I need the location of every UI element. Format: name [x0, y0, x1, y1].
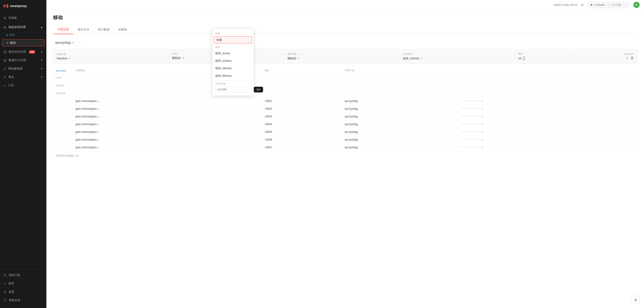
- sidebar-label-web-unlocker: 网站解锁器: [8, 67, 23, 71]
- endpoint-input: 10 ▲ ▼: [518, 56, 573, 61]
- row-password: ************** ⊙: [458, 105, 637, 113]
- row-type: [53, 144, 73, 151]
- copy-icon[interactable]: ⊙: [481, 130, 484, 133]
- dropdown-custom-row: Set: [215, 87, 251, 92]
- scraper-icon: ⊙: [4, 75, 6, 79]
- logo-text: smartproxy: [10, 4, 27, 8]
- row-port: 10001: [262, 97, 342, 105]
- os-value: 随机的: [288, 56, 296, 60]
- endpoint-value: 10: [518, 57, 522, 60]
- plan-info-icon[interactable]: ⓘ: [608, 3, 610, 7]
- session-selector[interactable]: spv1yy9sjg ▼: [53, 39, 76, 46]
- sidebar-item-datacenter[interactable]: ▤ 数据中心代理 ▼: [0, 56, 46, 64]
- logo-icon: [4, 4, 8, 8]
- session-type-chevron-icon: ▼: [420, 57, 423, 59]
- endpoint-decrement[interactable]: ▼: [522, 58, 526, 61]
- sidebar-label-subscription: 我的订阅: [8, 273, 20, 277]
- dropdown-item-sticky-1min[interactable]: 粘性 (1min): [212, 50, 254, 57]
- sidebar-item-subscription[interactable]: ☰ 我的订阅: [0, 271, 46, 279]
- location-select[interactable]: Random ▼: [57, 57, 166, 60]
- format-userpass[interactable]: user:pass: [56, 69, 66, 72]
- session-more-button[interactable]: ···: [78, 41, 83, 44]
- session-chevron-icon: ▼: [72, 41, 74, 44]
- copy-icon[interactable]: ⊙: [481, 107, 484, 110]
- sidebar-item-residential[interactable]: 住宅: [0, 31, 46, 39]
- protocol-https[interactable]: HTTPS: [56, 84, 64, 87]
- sidebar-label-scraper: 爬虫: [8, 75, 14, 79]
- endpoint-stepper: ▲ ▼: [522, 56, 526, 61]
- sidebar-label-static: 静态住宅代理: [8, 50, 26, 54]
- plan-badge: 2 GB plan ⓘ 0 / 2 GB ···: [587, 2, 630, 8]
- plan-status-dot: [590, 4, 592, 6]
- session-type-dropdown: 轮换 轮换 粘性 粘性 (1min) 粘性 (10min) 粘性 (30min)…: [212, 29, 254, 96]
- tab-pricing[interactable]: 价格表: [114, 25, 132, 34]
- sidebar: smartproxy ⊞ 仪表板 ◎ 动态住宅代理 ▲ 住宅 移动: [0, 0, 46, 308]
- custom-time-input[interactable]: [215, 87, 252, 92]
- layout-list-icon[interactable]: ☰: [631, 56, 634, 60]
- table-row: gate.visitxiangtan.c... 10006 spv1yy9sjg…: [53, 136, 637, 144]
- col-password: [458, 67, 637, 74]
- sidebar-section-dynamic: ◎ 动态住宅代理 ▲ 住宅 移动: [0, 22, 46, 48]
- col-port: 端口: [262, 67, 342, 74]
- language-icon[interactable]: ⊕: [581, 3, 584, 6]
- mobile-dot: [7, 42, 8, 43]
- dropdown-item-rotate[interactable]: 轮换: [214, 36, 252, 43]
- sidebar-item-referral[interactable]: ↩ 推荐: [0, 279, 46, 288]
- row-password: ************** ⊙: [458, 144, 637, 151]
- row-proxy: gate.visitxiangtan.c...: [73, 128, 262, 136]
- web-unlocker-icon: ⊡: [4, 67, 6, 70]
- user-avatar[interactable]: K: [634, 2, 640, 8]
- dropdown-item-sticky-30min[interactable]: 粘性 (30min): [212, 65, 254, 72]
- filter-session-type: 会话类型 粘性 (10min) ▼: [403, 52, 512, 60]
- tab-auth-method[interactable]: 验证方法: [73, 25, 94, 34]
- asn-value: 随机的: [172, 56, 181, 60]
- chevron-down-icon-dc: ▼: [41, 59, 43, 61]
- sidebar-item-dynamic-residential[interactable]: ◎ 动态住宅代理 ▲: [0, 23, 46, 31]
- sidebar-item-help[interactable]: ⓘ 帮助支持: [0, 296, 46, 305]
- tab-statistics[interactable]: 统计数据: [94, 25, 114, 34]
- protocol-http[interactable]: HTTP: [56, 76, 62, 79]
- filter-divider-5: [576, 52, 576, 60]
- tab-proxy-settings[interactable]: 代理设置: [53, 25, 73, 34]
- dynamic-sub-items: 住宅 移动: [0, 31, 46, 46]
- table-row: gate.visitxiangtan.c... 10003 spv1yy9sjg…: [53, 113, 637, 120]
- subscription-icon: ☰: [4, 273, 6, 277]
- filter-location-label: 地理位置: [57, 53, 166, 56]
- endpoint-increment[interactable]: ▲: [522, 56, 526, 58]
- copy-icon[interactable]: ⊙: [481, 115, 484, 118]
- row-proxy: gate.visitxiangtan.c...: [73, 120, 262, 128]
- filter-row: 地理位置 Random ▼ ASN 随机的 ▼ 操作系统 随机的 ▼: [53, 49, 637, 63]
- sidebar-item-mobile[interactable]: 移动: [2, 39, 44, 46]
- row-type: [53, 105, 73, 113]
- chevron-down-icon: ▼: [41, 51, 43, 53]
- sidebar-item-scraper[interactable]: ⊙ 爬虫 ▼: [0, 73, 46, 81]
- set-button[interactable]: Set: [254, 87, 263, 92]
- sidebar-item-settings[interactable]: ⚙ 设置: [0, 288, 46, 296]
- sidebar-item-web-unlocker[interactable]: ⊡ 网站解锁器 ▼: [0, 64, 46, 73]
- copy-icon[interactable]: ⊙: [481, 123, 484, 126]
- row-port: 10004: [262, 120, 342, 128]
- proxy-table: user:pass 代理地址 端口 子用户名 HTTP: [53, 67, 637, 151]
- copy-icon[interactable]: ⊙: [481, 146, 484, 149]
- dynamic-residential-icon: ◎: [4, 25, 6, 29]
- dropdown-rotate-label: 轮换: [212, 30, 254, 36]
- copy-icon[interactable]: ⊙: [481, 138, 484, 141]
- dropdown-item-sticky-60min[interactable]: 粘性 (60min): [212, 72, 254, 80]
- sidebar-item-dashboard[interactable]: ⊞ 仪表板: [0, 14, 46, 22]
- os-select[interactable]: 随机的 ▼: [288, 56, 397, 60]
- row-port: 10003: [262, 113, 342, 120]
- sidebar-item-static-residential[interactable]: ▤ 静态住宅代理 全新 ▼: [0, 48, 46, 56]
- layout-toggle[interactable]: ⊞ ☰: [626, 56, 634, 60]
- row-type: [53, 136, 73, 144]
- dropdown-item-sticky-10min[interactable]: 粘性 (10min): [212, 57, 254, 65]
- row-password: ************** ⊙: [458, 113, 637, 120]
- table-footer: 此列表中的端点: 10: [53, 151, 637, 160]
- sidebar-label-dynamic: 动态住宅代理: [8, 25, 26, 29]
- sidebar-item-tools[interactable]: ∧ 工具: [0, 81, 46, 90]
- protocol-socks5[interactable]: SOCKS5: [56, 92, 66, 95]
- copy-icon[interactable]: ⊙: [481, 99, 484, 103]
- session-type-select[interactable]: 粘性 (10min) ▼: [403, 56, 512, 60]
- download-button[interactable]: [632, 296, 640, 304]
- sidebar-nav: ⊞ 仪表板 ◎ 动态住宅代理 ▲ 住宅 移动 ▤: [0, 12, 46, 269]
- plan-more-button[interactable]: ···: [624, 3, 626, 6]
